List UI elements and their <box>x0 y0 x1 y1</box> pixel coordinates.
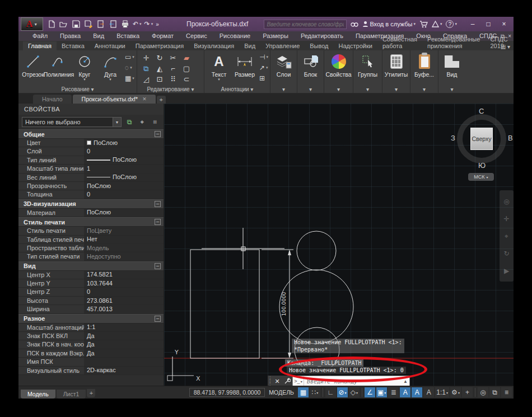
collapse-icon[interactable]: – <box>155 316 161 322</box>
collapse-icon[interactable]: – <box>155 131 161 137</box>
section-misc[interactable]: Разное – <box>18 314 164 324</box>
explode-button[interactable]: ▢ <box>180 63 193 74</box>
property-row[interactable]: Центр Y103.7644 <box>18 279 164 288</box>
property-row[interactable]: Слой0 <box>18 147 164 156</box>
rectangle-tool-button[interactable]: ▭▾ <box>125 53 134 62</box>
plot-button[interactable] <box>120 20 130 29</box>
collapse-icon[interactable]: – <box>155 201 161 207</box>
viewcube-north[interactable]: С <box>479 107 484 115</box>
undo-dropdown-icon[interactable]: ▾ <box>139 22 142 26</box>
groups-button[interactable]: Группы <box>356 51 380 79</box>
clean-screen-button[interactable]: ⧉ <box>489 387 500 397</box>
open-file-button[interactable] <box>59 20 68 29</box>
grid-toggle[interactable]: ▦ <box>298 387 309 397</box>
property-row[interactable]: Центр Z0 <box>18 288 164 296</box>
property-row[interactable]: ПрозрачностьПоСлою <box>18 182 164 190</box>
leader-button[interactable]: ⊣▾ <box>259 53 268 62</box>
expand-history-icon[interactable]: ▲ <box>402 379 409 384</box>
close-command-icon[interactable]: ✕ <box>272 376 282 386</box>
section-3d[interactable]: 3D-визуализация – <box>18 199 164 209</box>
line-button[interactable]: Отрезок <box>21 51 45 79</box>
section-general[interactable]: Общие – <box>18 129 164 139</box>
signin-menu[interactable]: Вход в службы ▾ <box>362 21 416 27</box>
table-button[interactable]: ⊞ <box>259 74 268 83</box>
panel-view-expand[interactable]: ▾ <box>438 86 465 93</box>
save-to-web-button[interactable] <box>108 20 118 29</box>
layers-button[interactable]: Слои <box>272 51 296 79</box>
close-button[interactable]: × <box>497 18 511 30</box>
move-button[interactable]: ✛ <box>139 53 153 63</box>
property-row[interactable]: Визуальный стиль2D-каркас <box>18 367 164 375</box>
navigation-bar[interactable]: ◎ ✛ ⌖ ↻ ▶ <box>500 190 514 282</box>
close-tab-icon[interactable]: ✕ <box>142 96 147 102</box>
property-row[interactable]: Таблица стилей печ...Нет <box>18 236 164 244</box>
annotation-scale-icon[interactable]: А <box>423 387 434 397</box>
property-row[interactable]: Ширина457.0013 <box>18 305 164 313</box>
isodraft-toggle[interactable]: ◇▾ <box>349 387 360 397</box>
property-row[interactable]: ПСК в каждом Вэкр...Да <box>18 349 164 358</box>
select-objects-icon[interactable]: ⌖ <box>137 118 147 126</box>
ortho-toggle[interactable]: ∟ <box>325 387 336 397</box>
trim-button[interactable]: ✂ <box>166 53 180 63</box>
search-icon[interactable] <box>351 21 358 27</box>
minimize-button[interactable]: – <box>465 18 480 30</box>
osnap-tracking-toggle[interactable]: ∠ <box>365 387 375 397</box>
panel-layers-expand[interactable]: ▾ <box>270 86 297 93</box>
viewcube-west[interactable]: З <box>451 134 455 142</box>
panel-annotate-label[interactable]: Аннотации ▾ <box>204 86 270 93</box>
new-tab-button[interactable]: + <box>157 96 166 104</box>
panel-groups-expand[interactable]: ▾ <box>353 86 382 93</box>
view-button[interactable]: Вид <box>440 51 464 79</box>
collapse-icon[interactable]: – <box>155 263 161 269</box>
utilities-button[interactable]: Утилиты <box>384 51 409 79</box>
circle-head[interactable] <box>297 231 336 270</box>
chevron-down-icon[interactable]: ▾ <box>109 78 111 81</box>
drawing-canvas[interactable]: 100.0000 Y <box>164 104 514 386</box>
ribbon-collapse-button[interactable]: ▤ ▾ <box>501 44 510 50</box>
ribbon-tab-annotate[interactable]: Аннотации <box>90 41 130 50</box>
customization-gear-button[interactable]: ⚙▾ <box>450 387 461 397</box>
hatch-tool-button[interactable]: ▦▾ <box>125 74 134 83</box>
rectangle-entity[interactable] <box>190 250 259 358</box>
collapse-icon[interactable]: – <box>155 219 161 225</box>
clipboard-button[interactable]: Буфе... <box>412 51 437 79</box>
menu-format[interactable]: Формат <box>146 31 180 41</box>
ribbon-tab-output[interactable]: Вывод <box>305 41 333 50</box>
ribbon-tab-home[interactable]: Главная <box>23 41 57 50</box>
ribbon-tab-collaborate[interactable]: Совместная работа <box>377 35 422 50</box>
redo-dropdown-icon[interactable]: ▾ <box>151 22 153 26</box>
menu-file[interactable]: Файл <box>26 31 54 41</box>
share-menu[interactable]: ▾ <box>432 21 442 27</box>
panel-draw-label[interactable]: Рисование ▾ <box>18 86 137 93</box>
save-as-button[interactable] <box>83 20 93 29</box>
scale-button[interactable]: ⊡ <box>153 74 166 85</box>
chevron-down-icon[interactable]: ▾ <box>218 78 220 81</box>
mleader-button[interactable]: ↗▾ <box>259 63 268 72</box>
ribbon-tab-visualize[interactable]: Визуализация <box>189 41 239 50</box>
save-button[interactable] <box>71 20 81 29</box>
open-from-web-button[interactable] <box>96 20 105 29</box>
panel-block-expand[interactable]: ▾ <box>297 86 324 93</box>
ribbon-tab-featured-apps[interactable]: Рекомендованные приложения <box>422 35 485 50</box>
ribbon-tab-addins[interactable]: Надстройки <box>334 41 377 50</box>
mirror-button[interactable]: ◭ <box>153 63 166 74</box>
property-row[interactable]: ЦветПоСлою <box>18 139 164 147</box>
property-row[interactable]: МатериалПоСлою <box>18 209 164 217</box>
property-row[interactable]: Масштаб аннотаций1:1 <box>18 324 164 332</box>
file-tab-start[interactable]: Начало <box>33 95 72 104</box>
rotate-button[interactable]: ↻ <box>153 53 166 63</box>
menu-dimension[interactable]: Размеры <box>256 31 295 41</box>
menu-edit[interactable]: Правка <box>54 31 87 41</box>
circle-body[interactable] <box>279 270 353 344</box>
viewcube-east[interactable]: В <box>508 134 513 142</box>
property-row[interactable]: Тип стилей печатиНедоступно <box>18 252 164 261</box>
dock-grip[interactable]: ⋮⋮⋮ <box>268 376 272 386</box>
property-row[interactable]: Масштаб типа линий1 <box>18 165 164 173</box>
toggle-pickadd-icon[interactable]: ⧉ <box>124 118 134 126</box>
add-layout-button[interactable]: + <box>87 389 95 397</box>
wcs-button[interactable]: МСК ▾ <box>468 173 494 181</box>
property-row[interactable]: Центр X174.5821 <box>18 271 164 279</box>
showmotion-icon[interactable]: ▶ <box>504 267 509 275</box>
polar-tracking-toggle[interactable]: ⊘▾ <box>337 387 348 397</box>
new-file-button[interactable] <box>46 20 56 29</box>
